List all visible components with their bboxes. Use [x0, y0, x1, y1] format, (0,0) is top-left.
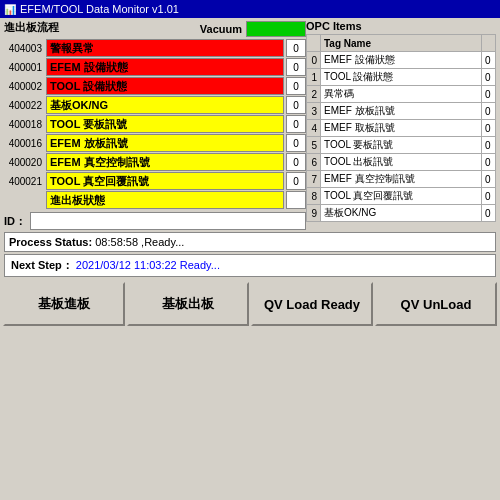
opc-row-name: EMEF 放板訊號: [321, 103, 482, 120]
opc-row-value: 0: [482, 69, 496, 86]
process-status-label: Process Status:: [9, 236, 92, 248]
left-panel: 進出板流程 Vacuum 404003 警報異常 0 400001 EFEM 設…: [4, 20, 306, 230]
opc-col-num-header: [307, 35, 321, 52]
opc-row-value: 0: [482, 103, 496, 120]
opc-row-num: 5: [307, 137, 321, 154]
next-step-label: Next Step：: [11, 259, 73, 271]
row-value-0: 0: [286, 39, 306, 57]
row-400002: 400002 TOOL 設備狀態 0: [4, 77, 306, 95]
opc-table: Tag Name 0 EMEF 設備狀態 0 1 TOOL 設備狀態 0 2 異…: [306, 34, 496, 222]
row-400021: 400021 TOOL 真空回覆訊號 0: [4, 172, 306, 190]
row-label-2: TOOL 設備狀態: [46, 77, 284, 95]
row-value-3: 0: [286, 96, 306, 114]
next-step-value: 2021/03/12 11:03:22 Ready...: [76, 259, 220, 271]
row-label-5: EFEM 放板訊號: [46, 134, 284, 152]
row-id-2: 400002: [4, 81, 44, 92]
title-bar: 📊 EFEM/TOOL Data Monitor v1.01: [0, 0, 500, 18]
row-value-2: 0: [286, 77, 306, 95]
btn-load-out[interactable]: 基板出板: [127, 282, 249, 326]
opc-row: 9 基板OK/NG 0: [307, 205, 496, 222]
row-id-4: 400018: [4, 119, 44, 130]
row-400018: 400018 TOOL 要板訊號 0: [4, 115, 306, 133]
opc-row: 0 EMEF 設備狀態 0: [307, 52, 496, 69]
opc-col-name-header: Tag Name: [321, 35, 482, 52]
btn-qv-load-ready[interactable]: QV Load Ready: [251, 282, 373, 326]
opc-row-value: 0: [482, 154, 496, 171]
id-label: ID：: [4, 214, 26, 229]
row-id-3: 400022: [4, 100, 44, 111]
left-section-title: 進出板流程: [4, 20, 59, 35]
opc-row-num: 0: [307, 52, 321, 69]
opc-row-name: EMEF 設備狀態: [321, 52, 482, 69]
opc-section-title: OPC Items: [306, 20, 496, 32]
row-id-5: 400016: [4, 138, 44, 149]
opc-col-val-header: [482, 35, 496, 52]
id-row: ID：: [4, 212, 306, 230]
bottom-buttons: 基板進板 基板出板 QV Load Ready QV UnLoad: [0, 279, 500, 329]
opc-row-name: EMEF 真空控制訊號: [321, 171, 482, 188]
right-panel: OPC Items Tag Name 0 EMEF 設備狀態 0 1 TOOL …: [306, 20, 496, 230]
row-id-7: 400021: [4, 176, 44, 187]
opc-row-value: 0: [482, 171, 496, 188]
vacuum-indicator: [246, 21, 306, 37]
row-label-8: 進出板狀態: [46, 191, 284, 209]
row-status: 進出板狀態: [4, 191, 306, 209]
opc-row-value: 0: [482, 120, 496, 137]
row-value-5: 0: [286, 134, 306, 152]
row-value-7: 0: [286, 172, 306, 190]
opc-row-value: 0: [482, 86, 496, 103]
row-400016: 400016 EFEM 放板訊號 0: [4, 134, 306, 152]
row-400001: 400001 EFEM 設備狀態 0: [4, 58, 306, 76]
window-title: EFEM/TOOL Data Monitor v1.01: [20, 3, 179, 15]
opc-row-num: 4: [307, 120, 321, 137]
row-label-6: EFEM 真空控制訊號: [46, 153, 284, 171]
row-value-8: [286, 191, 306, 209]
opc-row: 2 異常碼 0: [307, 86, 496, 103]
opc-row-name: EMEF 取板訊號: [321, 120, 482, 137]
row-id-1: 400001: [4, 62, 44, 73]
id-input[interactable]: [30, 212, 306, 230]
row-id-0: 404003: [4, 43, 44, 54]
vacuum-label: Vacuum: [200, 23, 242, 35]
opc-row-name: TOOL 要板訊號: [321, 137, 482, 154]
opc-row-num: 6: [307, 154, 321, 171]
row-label-7: TOOL 真空回覆訊號: [46, 172, 284, 190]
opc-row-num: 9: [307, 205, 321, 222]
opc-row: 1 TOOL 設備狀態 0: [307, 69, 496, 86]
opc-row: 3 EMEF 放板訊號 0: [307, 103, 496, 120]
opc-row: 6 TOOL 出板訊號 0: [307, 154, 496, 171]
opc-row-value: 0: [482, 137, 496, 154]
row-label-3: 基板OK/NG: [46, 96, 284, 114]
process-status-value: 08:58:58 ,Ready...: [95, 236, 184, 248]
row-400022: 400022 基板OK/NG 0: [4, 96, 306, 114]
opc-row-name: 基板OK/NG: [321, 205, 482, 222]
opc-row-value: 0: [482, 205, 496, 222]
opc-row-num: 2: [307, 86, 321, 103]
opc-row-num: 3: [307, 103, 321, 120]
row-value-1: 0: [286, 58, 306, 76]
row-label-4: TOOL 要板訊號: [46, 115, 284, 133]
row-value-6: 0: [286, 153, 306, 171]
opc-row: 8 TOOL 真空回覆訊號 0: [307, 188, 496, 205]
opc-row-name: TOOL 設備狀態: [321, 69, 482, 86]
opc-row: 7 EMEF 真空控制訊號 0: [307, 171, 496, 188]
btn-qv-unload[interactable]: QV UnLoad: [375, 282, 497, 326]
opc-row-name: TOOL 真空回覆訊號: [321, 188, 482, 205]
opc-row: 4 EMEF 取板訊號 0: [307, 120, 496, 137]
opc-row-name: TOOL 出板訊號: [321, 154, 482, 171]
app-icon: 📊: [4, 4, 16, 15]
row-400020: 400020 EFEM 真空控制訊號 0: [4, 153, 306, 171]
row-label-0: 警報異常: [46, 39, 284, 57]
row-label-1: EFEM 設備狀態: [46, 58, 284, 76]
opc-row-name: 異常碼: [321, 86, 482, 103]
opc-row-num: 1: [307, 69, 321, 86]
opc-row-num: 8: [307, 188, 321, 205]
row-id-6: 400020: [4, 157, 44, 168]
row-404003: 404003 警報異常 0: [4, 39, 306, 57]
opc-row: 5 TOOL 要板訊號 0: [307, 137, 496, 154]
opc-row-value: 0: [482, 52, 496, 69]
btn-load-in[interactable]: 基板進板: [3, 282, 125, 326]
next-step-section: Next Step： 2021/03/12 11:03:22 Ready...: [4, 254, 496, 277]
opc-row-value: 0: [482, 188, 496, 205]
row-value-4: 0: [286, 115, 306, 133]
